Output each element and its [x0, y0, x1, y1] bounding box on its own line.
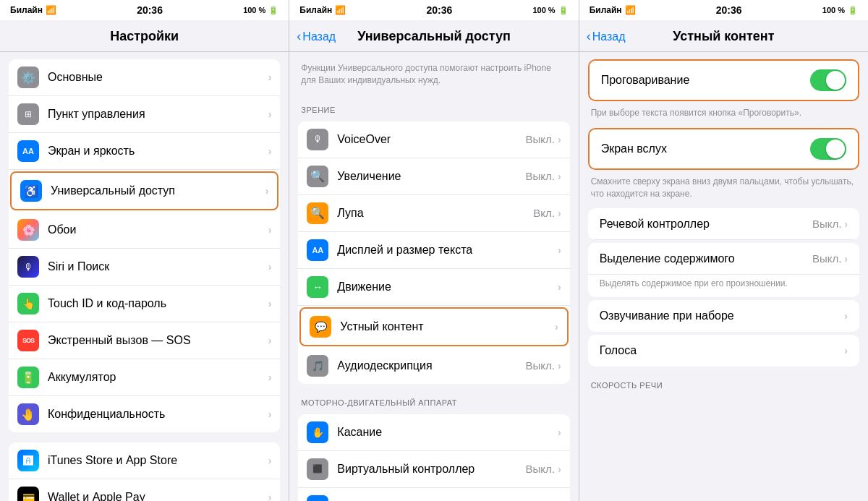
settings-item-wallet[interactable]: 💳 Wallet и Apple Pay › — [9, 479, 280, 501]
carrier-1: Билайн — [10, 5, 43, 15]
label-lupa: Лупа — [337, 207, 533, 220]
settings-item-siri[interactable]: 🎙 Siri и Поиск › — [9, 249, 280, 286]
panel-universal: Билайн 📶 20:36 100 % 🔋 ‹ Назад Универсал… — [289, 0, 579, 501]
settings-item-ekran[interactable]: AA Экран и яркость › — [9, 133, 280, 170]
chevron-virtual: › — [558, 463, 561, 475]
icon-wallet: 💳 — [17, 487, 39, 501]
icon-touchid: 👆 — [17, 293, 39, 314]
back-button-2[interactable]: ‹ Назад — [297, 29, 336, 44]
section-motor: МОТОРНО-ДВИГАТЕЛЬНЫЙ АППАРАТ — [289, 387, 578, 411]
toggle-ekranvsluh[interactable] — [810, 138, 846, 160]
label-golosa: Голоса — [600, 344, 845, 357]
value-vydelenie: Выкл. — [812, 252, 841, 265]
label-akk: Аккумулятор — [48, 371, 268, 384]
chevron-ustniy: › — [555, 321, 558, 333]
icon-oboi: 🌸 — [17, 219, 39, 241]
chevron-osnovnye: › — [268, 72, 272, 83]
label-rechovoy: Речевой контроллер — [600, 218, 812, 231]
settings-item-virtual[interactable]: ⬛ Виртуальный контроллер Выкл. › — [298, 451, 569, 488]
chevron-sos: › — [268, 335, 272, 346]
desc-vydelenie: Выделять содержимое при его произношении… — [588, 275, 859, 297]
settings-item-voiceover[interactable]: 🎙 VoiceOver Выкл. › — [298, 121, 569, 158]
label-universal: Универсальный доступ — [51, 184, 265, 197]
settings-item-upravlenie[interactable]: 🎙 Управление голосом Выкл. › — [298, 488, 569, 501]
row-rechovoy[interactable]: Речевой контроллер Выкл. › — [588, 208, 859, 240]
settings-item-dvizhenie[interactable]: ↔ Движение › — [298, 269, 569, 306]
label-voiceover: VoiceOver — [337, 133, 525, 146]
battery-icon-2: 🔋 — [558, 6, 569, 15]
settings-item-konfid[interactable]: 🤚 Конфиденциальность › — [9, 396, 280, 432]
status-bar-1: Билайн 📶 20:36 100 % 🔋 — [0, 0, 289, 20]
label-siri: Siri и Поиск — [48, 260, 268, 273]
icon-lupa: 🔍 — [307, 202, 328, 224]
value-rechovoy: Выкл. — [812, 218, 841, 230]
row-ozvuchivanie[interactable]: Озвучивание при наборе › — [588, 300, 859, 332]
battery-pct-1: 100 % — [243, 6, 265, 14]
battery-icon-3: 🔋 — [848, 6, 858, 15]
chevron-ozvuchivanie: › — [844, 310, 848, 322]
settings-item-kasanie[interactable]: ✋ Касание › — [298, 414, 569, 451]
label-virtual: Виртуальный контроллер — [337, 463, 525, 476]
wifi-icon-1: 📶 — [46, 5, 56, 15]
icon-konfid: 🤚 — [17, 403, 39, 425]
wifi-icon-2: 📶 — [335, 5, 346, 15]
toggle-thumb-progovarivanie — [826, 71, 845, 90]
battery-icon-1: 🔋 — [268, 6, 278, 15]
settings-item-uvelichenie[interactable]: 🔍 Увеличение Выкл. › — [298, 158, 569, 195]
settings-list-2[interactable]: Функции Универсального доступа помогают … — [289, 52, 578, 501]
chevron-itunes: › — [268, 455, 272, 466]
row-ekranvsluh[interactable]: Экран вслух — [590, 129, 858, 168]
settings-item-oboi[interactable]: 🌸 Обои › — [9, 212, 280, 249]
label-uvelichenie: Увеличение — [337, 170, 525, 183]
chevron-wallet: › — [268, 492, 272, 501]
chevron-akk: › — [268, 372, 272, 383]
panel-ustniy: Билайн 📶 20:36 100 % 🔋 ‹ Назад Устный ко… — [579, 0, 868, 501]
status-bar-2: Билайн 📶 20:36 100 % 🔋 — [289, 0, 578, 20]
settings-item-itunes[interactable]: 🅰 iTunes Store и App Store › — [9, 442, 280, 479]
settings-item-akk[interactable]: 🔋 Аккумулятор › — [9, 359, 280, 396]
row-progovarivanie-container: Проговаривание — [588, 59, 859, 101]
group-rechovoy: Речевой контроллер Выкл. › — [588, 208, 859, 240]
label-ekran: Экран и яркость — [48, 145, 268, 158]
row-ekranvsluh-container: Экран вслух — [588, 128, 859, 170]
back-chevron-3: ‹ — [587, 29, 591, 44]
chevron-touchid: › — [268, 298, 272, 309]
back-button-3[interactable]: ‹ Назад — [587, 29, 626, 44]
row-progovarivanie[interactable]: Проговаривание — [590, 61, 858, 100]
value-voiceover: Выкл. — [526, 133, 555, 145]
toggle-progovarivanie[interactable] — [810, 69, 846, 91]
time-1: 20:36 — [137, 4, 163, 16]
label-ekranvsluh: Экран вслух — [601, 142, 810, 155]
settings-list-1[interactable]: ⚙️ Основные › ⊞ Пункт управления › AA Эк… — [0, 52, 289, 501]
carrier-2: Билайн — [299, 5, 332, 15]
back-label-3: Назад — [592, 30, 626, 43]
settings-item-osnovnye[interactable]: ⚙️ Основные › — [9, 59, 280, 96]
settings-item-universal[interactable]: ♿ Универсальный доступ › — [10, 171, 278, 210]
zrenie-group: 🎙 VoiceOver Выкл. › 🔍 Увеличение Выкл. ›… — [298, 121, 569, 384]
icon-voiceover: 🎙 — [307, 129, 328, 150]
label-dvizhenie: Движение — [337, 281, 558, 294]
settings-item-ustniy[interactable]: 💬 Устный контент › — [299, 307, 568, 346]
chevron-siri: › — [268, 261, 272, 273]
settings-item-display[interactable]: AA Дисплей и размер текста › — [298, 232, 569, 269]
icon-uvelichenie: 🔍 — [307, 166, 328, 187]
settings-item-touchid[interactable]: 👆 Touch ID и код-пароль › — [9, 286, 280, 322]
label-konfid: Конфиденциальность — [48, 408, 268, 421]
chevron-ekran: › — [268, 145, 272, 157]
group-golosa: Голоса › — [588, 335, 859, 367]
icon-audiodesc: 🎵 — [307, 355, 328, 377]
row-vydelenie[interactable]: Выделение содержимого Выкл. › — [588, 243, 859, 275]
battery-pct-3: 100 % — [822, 6, 845, 14]
icon-akk: 🔋 — [17, 367, 39, 388]
label-ozvuchivanie: Озвучивание при наборе — [600, 309, 845, 322]
row-golosa[interactable]: Голоса › — [588, 335, 859, 367]
settings-item-lupa[interactable]: 🔍 Лупа Вкл. › — [298, 195, 569, 232]
settings-item-audiodesc[interactable]: 🎵 Аудиодескрипция Выкл. › — [298, 348, 569, 384]
time-2: 20:36 — [426, 4, 452, 16]
back-chevron-2: ‹ — [297, 29, 301, 44]
panel3-content[interactable]: Проговаривание При выборе текста появитс… — [579, 52, 868, 501]
settings-item-punkt[interactable]: ⊞ Пункт управления › — [9, 96, 280, 133]
chevron-vydelenie: › — [844, 253, 848, 265]
settings-item-sos[interactable]: SOS Экстренный вызов — SOS › — [9, 322, 280, 359]
value-uvelichenie: Выкл. — [526, 170, 555, 182]
